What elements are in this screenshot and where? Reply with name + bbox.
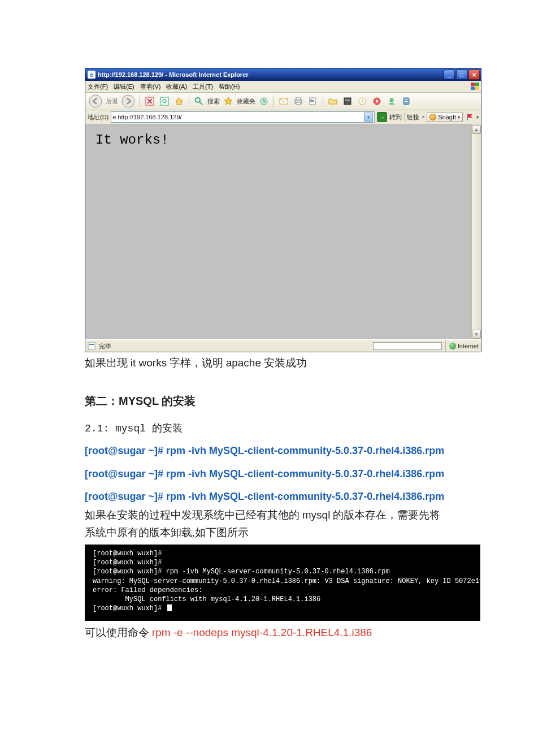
folder-icon[interactable] [327,95,339,107]
status-text: 完毕 [99,342,111,351]
svg-rect-21 [345,100,350,101]
svg-rect-20 [345,99,350,100]
command-text: rpm -e --nodeps mysql-4.1.20-1.RHEL4.1.i… [152,627,372,638]
search-icon[interactable] [193,95,205,107]
text: apache [226,357,261,369]
maximize-button[interactable]: □ [456,70,467,80]
text: 字样，说明 [167,357,226,369]
text: 可以使用命令 [85,627,152,638]
svg-point-4 [89,95,102,107]
menu-fav[interactable]: 收藏(A) [166,83,187,91]
command-line-1: [root@sugar ~]# rpm -ivh MySQL-client-co… [85,444,449,457]
flag-icon[interactable] [465,113,474,122]
text: MYSQL [119,395,159,407]
text: 的安装 [159,395,196,407]
stop-button[interactable] [144,95,156,107]
command-line-3: [root@sugar ~]# rpm -ivh MySQL-client-co… [85,490,449,503]
zone-label: Internet [458,343,479,349]
svg-rect-17 [310,100,314,101]
ie-address-bar: 地址(D) e http://192.168.128.129/ ▾ → 转到 链… [85,110,481,124]
svg-rect-7 [160,97,168,105]
globe-icon [449,343,456,349]
terminal-line: error: Failed dependencies: [93,586,202,594]
ie-rendered-page: It works! [85,124,471,339]
scroll-down-icon[interactable]: ▼ [472,330,481,339]
links-chevron-icon[interactable]: » [422,114,424,120]
snagit-icon [429,114,436,120]
terminal-line: [root@wuxh wuxh]# [93,559,162,567]
flag-dropdown-icon[interactable]: ▾ [476,115,479,120]
svg-rect-1 [475,83,479,86]
section-title-mysql: 第二：MYSQL 的安装 [85,392,449,410]
toolbox-icon[interactable] [341,95,354,107]
ie-toolbar: 后退 搜索 收藏夹 [85,93,481,110]
favorites-label: 收藏夹 [237,97,255,106]
media-icon[interactable] [371,95,383,107]
history-icon[interactable] [258,95,270,107]
messenger-icon[interactable] [385,95,398,107]
print-icon[interactable] [292,95,305,107]
footer-line: 可以使用命令 rpm -e --nodeps mysql-4.1.20-1.RH… [85,624,449,641]
menu-help[interactable]: 帮助(H) [219,83,240,91]
svg-rect-0 [471,83,475,86]
forward-button[interactable] [120,93,136,109]
terminal-line: MySQL conflicts with mysql-4.1.20-1.RHEL… [93,595,320,603]
svg-rect-2 [471,87,475,90]
text: 如果出现 [85,357,131,369]
menu-file[interactable]: 文件(F) [88,83,108,91]
ie-statusbar: 完毕 Internet [85,339,481,352]
terminal-line: warning: MySQL-server-community-5.0.37-0… [93,577,488,585]
document-page: e http://192.168.128.129/ - Microsoft In… [0,0,534,687]
toolbar-divider [323,95,323,107]
refresh-button[interactable] [158,95,171,107]
address-dropdown-icon[interactable]: ▾ [364,113,373,122]
text: mysql [302,509,331,521]
snagit-dropdown-icon[interactable]: ▾ [458,115,460,120]
minimize-button[interactable]: _ [444,70,455,80]
mail-icon[interactable] [277,95,290,107]
progress-bar [373,342,442,350]
snagit-label: SnagIt [438,114,456,120]
address-url: http://192.168.128.129/ [118,114,181,120]
svg-rect-27 [405,100,408,100]
snagit-button[interactable]: SnagIt ▾ [427,112,463,122]
svg-point-24 [376,100,378,102]
svg-rect-16 [310,99,312,100]
svg-rect-3 [475,87,479,90]
research-icon[interactable] [400,95,413,107]
window-controls: _ □ ✕ [444,70,481,80]
terminal-line: [root@wuxh wuxh]# [93,550,162,558]
menu-edit[interactable]: 编辑(E) [114,83,134,91]
toolbar-divider [273,95,274,107]
ie-titlebar: e http://192.168.128.129/ - Microsoft In… [85,68,481,81]
favorites-icon[interactable] [222,95,235,107]
paragraph-uninstall-note: 如果在安装的过程中发现系统中已经有其他的 mysql 的版本存在，需要先将系统中… [85,507,449,541]
text: it works [131,357,167,369]
links-label[interactable]: 链接 [407,113,419,122]
terminal-line: [root@wuxh wuxh]# [93,604,166,612]
svg-rect-28 [405,101,408,102]
home-button[interactable] [173,95,185,107]
clock-icon[interactable] [356,95,368,107]
search-label: 搜索 [207,97,220,106]
close-button[interactable]: ✕ [468,70,480,80]
back-button[interactable] [88,93,103,109]
menu-view[interactable]: 查看(V) [140,83,161,91]
ie-page-icon: e [88,71,95,79]
address-label: 地址(D) [88,113,108,122]
menu-tools[interactable]: 工具(T) [193,83,213,91]
ie-menubar: 文件(F) 编辑(E) 查看(V) 收藏(A) 工具(T) 帮助(H) [85,81,481,93]
svg-rect-18 [310,101,314,102]
back-label: 后退 [106,97,118,106]
address-input[interactable]: e http://192.168.128.129/ ▾ [111,111,375,123]
text: 安装成功 [261,357,307,369]
ie-title-text: http://192.168.128.129/ - Microsoft Inte… [98,71,249,78]
svg-point-8 [196,98,200,102]
terminal-line: [root@wuxh wuxh]# rpm -ivh MySQL-server-… [93,568,390,576]
toolbar-divider [140,95,140,107]
scroll-up-icon[interactable]: ▲ [472,125,481,134]
edit-icon[interactable] [307,95,319,107]
go-button[interactable]: → [377,112,387,122]
vertical-scrollbar[interactable]: ▲ ▼ [471,124,481,339]
go-label: 转到 [389,113,402,122]
